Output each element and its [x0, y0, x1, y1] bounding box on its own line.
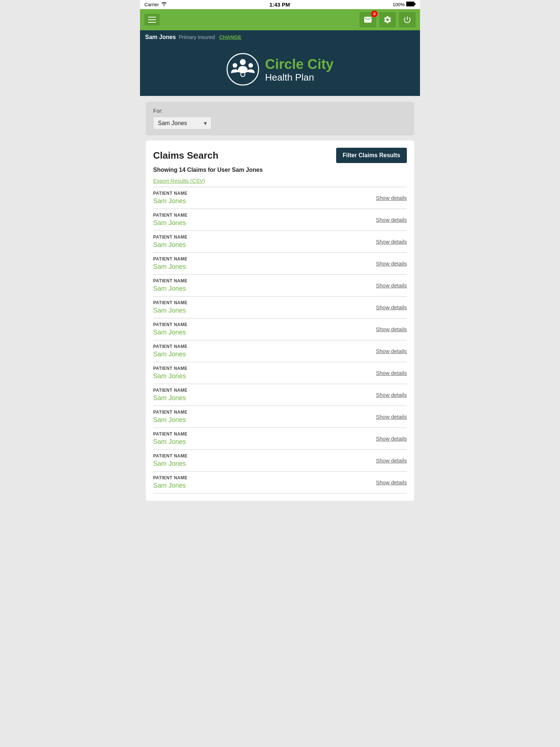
patient-name-label: PATIENT NAME	[153, 256, 370, 262]
status-left: Carrier	[144, 2, 167, 7]
patient-name-value: Sam Jones	[153, 394, 370, 402]
claim-info: PATIENT NAMESam Jones	[153, 431, 370, 446]
patient-name-label: PATIENT NAME	[153, 322, 370, 327]
claim-info: PATIENT NAMESam Jones	[153, 322, 370, 336]
claim-item: PATIENT NAMESam JonesShow details	[153, 187, 407, 209]
svg-rect-1	[415, 3, 416, 5]
patient-name-label: PATIENT NAME	[153, 191, 370, 196]
hamburger-button[interactable]	[144, 14, 160, 26]
patient-name-label: PATIENT NAME	[153, 475, 370, 480]
show-details-link[interactable]: Show details	[376, 304, 407, 310]
svg-point-5	[233, 63, 237, 68]
claims-list: PATIENT NAMESam JonesShow detailsPATIENT…	[153, 187, 407, 494]
claim-item: PATIENT NAMESam JonesShow details	[153, 253, 407, 275]
claim-info: PATIENT NAMESam Jones	[153, 475, 370, 489]
patient-name-value: Sam Jones	[153, 219, 370, 227]
patient-name-value: Sam Jones	[153, 416, 370, 424]
show-details-link[interactable]: Show details	[376, 392, 407, 398]
export-csv-link[interactable]: Export Results (CSV)	[153, 178, 205, 184]
settings-button[interactable]	[379, 12, 396, 27]
top-nav: 0	[140, 9, 420, 30]
main-content: For: Sam Jones ▼ Claims Search Filter Cl…	[140, 96, 420, 507]
power-button[interactable]	[399, 12, 416, 27]
claim-item: PATIENT NAMESam JonesShow details	[153, 450, 407, 472]
patient-name-value: Sam Jones	[153, 482, 370, 489]
show-details-link[interactable]: Show details	[376, 282, 407, 289]
claim-item: PATIENT NAMESam JonesShow details	[153, 297, 407, 318]
claim-info: PATIENT NAMESam Jones	[153, 344, 370, 358]
notification-badge: 0	[371, 11, 378, 17]
show-details-link[interactable]: Show details	[376, 326, 407, 332]
brand-logo-container	[226, 53, 259, 87]
claim-item: PATIENT NAMESam JonesShow details	[153, 340, 407, 362]
show-details-link[interactable]: Show details	[376, 370, 407, 376]
claims-panel: Claims Search Filter Claims Results Show…	[146, 140, 414, 501]
claim-item: PATIENT NAMESam JonesShow details	[153, 428, 407, 450]
filter-claims-button[interactable]: Filter Claims Results	[336, 148, 407, 163]
brand-title-line1: Circle City	[265, 57, 334, 72]
claim-info: PATIENT NAMESam Jones	[153, 213, 370, 227]
claims-title: Claims Search	[153, 150, 218, 161]
patient-name-label: PATIENT NAME	[153, 453, 370, 458]
show-details-link[interactable]: Show details	[376, 348, 407, 354]
svg-point-7	[244, 71, 246, 73]
claim-info: PATIENT NAMESam Jones	[153, 453, 370, 468]
battery-icon	[406, 1, 416, 8]
claim-info: PATIENT NAMESam Jones	[153, 300, 370, 314]
claim-info: PATIENT NAMESam Jones	[153, 256, 370, 271]
show-details-link[interactable]: Show details	[376, 457, 407, 464]
change-user-link[interactable]: CHANGE	[219, 34, 241, 40]
show-details-link[interactable]: Show details	[376, 195, 407, 201]
wifi-icon	[161, 2, 167, 7]
claim-item: PATIENT NAMESam JonesShow details	[153, 406, 407, 428]
claim-info: PATIENT NAMESam Jones	[153, 235, 370, 249]
svg-point-6	[248, 63, 253, 68]
patient-name-value: Sam Jones	[153, 351, 370, 358]
svg-point-4	[240, 59, 246, 65]
show-details-link[interactable]: Show details	[376, 414, 407, 420]
show-details-link[interactable]: Show details	[376, 436, 407, 442]
claim-item: PATIENT NAMESam JonesShow details	[153, 209, 407, 231]
svg-rect-2	[407, 2, 414, 6]
filter-panel: For: Sam Jones ▼	[146, 102, 414, 135]
brand-logo	[226, 53, 259, 86]
hamburger-line	[148, 17, 156, 18]
patient-name-value: Sam Jones	[153, 438, 370, 446]
patient-name-value: Sam Jones	[153, 460, 370, 468]
patient-name-label: PATIENT NAME	[153, 410, 370, 415]
claims-header: Claims Search Filter Claims Results	[153, 148, 407, 163]
show-details-link[interactable]: Show details	[376, 239, 407, 245]
show-details-link[interactable]: Show details	[376, 260, 407, 267]
claim-item: PATIENT NAMESam JonesShow details	[153, 318, 407, 340]
show-details-link[interactable]: Show details	[376, 217, 407, 223]
claim-item: PATIENT NAMESam JonesShow details	[153, 362, 407, 384]
patient-name-label: PATIENT NAME	[153, 431, 370, 437]
patient-name-label: PATIENT NAME	[153, 235, 370, 240]
user-name: Sam Jones	[145, 34, 176, 40]
brand-text: Circle City Health Plan	[265, 57, 334, 84]
claim-info: PATIENT NAMESam Jones	[153, 191, 370, 205]
gear-icon	[383, 15, 392, 24]
status-bar: Carrier 1:43 PM 100%	[140, 0, 420, 9]
claim-info: PATIENT NAMESam Jones	[153, 388, 370, 402]
patient-select[interactable]: Sam Jones	[153, 117, 211, 129]
for-label: For:	[153, 108, 407, 114]
patient-name-label: PATIENT NAME	[153, 388, 370, 393]
user-bar: Sam Jones Primary Insured CHANGE	[140, 30, 420, 44]
patient-name-label: PATIENT NAME	[153, 300, 370, 305]
patient-name-value: Sam Jones	[153, 197, 370, 205]
hamburger-line	[148, 19, 156, 20]
mail-icon	[363, 15, 372, 24]
power-icon	[403, 15, 412, 24]
claim-info: PATIENT NAMESam Jones	[153, 410, 370, 424]
patient-name-value: Sam Jones	[153, 329, 370, 336]
messages-button[interactable]: 0	[359, 12, 376, 27]
patient-name-label: PATIENT NAME	[153, 213, 370, 218]
patient-name-label: PATIENT NAME	[153, 366, 370, 371]
claim-item: PATIENT NAMESam JonesShow details	[153, 384, 407, 406]
status-right: 100%	[393, 1, 416, 8]
claims-subtitle: Showing 14 Claims for User Sam Jones	[153, 167, 407, 173]
claim-info: PATIENT NAMESam Jones	[153, 278, 370, 293]
claim-item: PATIENT NAMESam JonesShow details	[153, 231, 407, 253]
show-details-link[interactable]: Show details	[376, 479, 407, 485]
